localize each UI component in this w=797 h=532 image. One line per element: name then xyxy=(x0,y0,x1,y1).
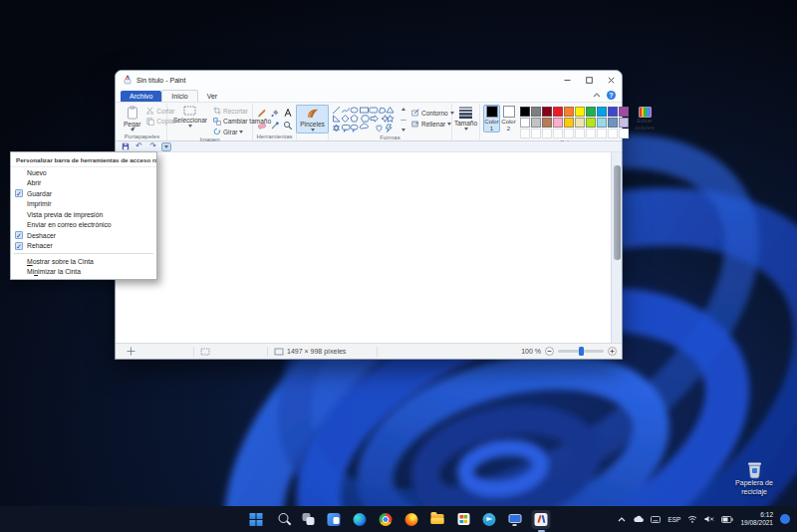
redo-button[interactable]: ↷ xyxy=(147,142,158,151)
color2-swatch xyxy=(503,106,515,118)
taskbar-edge-button[interactable] xyxy=(351,510,370,529)
taskbar-telegram-button[interactable] xyxy=(480,510,499,529)
palette-empty-slot[interactable] xyxy=(575,129,585,138)
palette-empty-slot[interactable] xyxy=(553,129,563,138)
zoom-out-button[interactable] xyxy=(545,347,554,356)
taskbar-display-button[interactable] xyxy=(506,510,525,529)
tray-chevron-icon[interactable] xyxy=(618,517,626,522)
palette-empty-slot[interactable] xyxy=(608,129,618,138)
tab-ver[interactable]: Ver xyxy=(198,91,227,102)
menu-item-abrir[interactable]: Abrir xyxy=(11,178,156,189)
palette-swatch[interactable] xyxy=(542,118,552,128)
tab-inicio[interactable]: Inicio xyxy=(161,90,197,102)
shapes-grid[interactable] xyxy=(332,106,398,133)
palette-swatch[interactable] xyxy=(575,118,585,128)
menu-item-mostrar-sobre-la-cinta[interactable]: Mostrar sobre la Cinta xyxy=(11,256,156,267)
taskbar-search-button[interactable] xyxy=(273,510,292,529)
touch-keyboard-icon[interactable] xyxy=(651,516,661,523)
palette-swatch[interactable] xyxy=(586,107,596,117)
title-bar[interactable]: Sin título - Paint xyxy=(116,71,622,89)
close-button[interactable] xyxy=(600,71,622,89)
palette-swatch[interactable] xyxy=(597,107,607,117)
maximize-button[interactable] xyxy=(578,71,600,89)
palette-swatch[interactable] xyxy=(553,107,563,117)
palette-swatch[interactable] xyxy=(531,107,541,117)
undo-button[interactable]: ↶ xyxy=(133,142,144,151)
vertical-scrollbar-thumb[interactable] xyxy=(614,165,621,260)
palette-empty-slot[interactable] xyxy=(542,129,552,138)
palette-swatch[interactable] xyxy=(531,118,541,128)
menu-item-vista-previa-de-impresio-n[interactable]: Vista previa de impresión xyxy=(11,209,156,220)
paste-button[interactable]: Pegar xyxy=(121,105,143,133)
taskbar-start-button[interactable] xyxy=(247,510,266,529)
onedrive-cloud-icon[interactable] xyxy=(633,515,644,523)
zoom-slider-thumb[interactable] xyxy=(579,347,584,356)
shapes-scrollbar[interactable] xyxy=(399,106,407,133)
taskbar-explorer-button[interactable] xyxy=(428,510,447,529)
palette-swatch[interactable] xyxy=(542,107,552,117)
notification-badge[interactable] xyxy=(780,514,790,524)
palette-swatch[interactable] xyxy=(608,107,618,117)
zoom-in-button[interactable] xyxy=(608,347,617,356)
fill-shape-button[interactable]: Rellenar xyxy=(411,120,454,128)
menu-item-guardar[interactable]: ✓Guardar xyxy=(11,188,156,199)
taskbar-chrome-button[interactable] xyxy=(377,510,396,529)
palette-swatch[interactable] xyxy=(575,107,585,117)
palette-empty-slot[interactable] xyxy=(619,129,629,138)
palette-swatch[interactable] xyxy=(553,118,563,128)
menu-item-enviar-en-correo-electro-nico[interactable]: Enviar en correo electrónico xyxy=(11,220,156,231)
palette-swatch[interactable] xyxy=(520,118,530,128)
palette-empty-slot[interactable] xyxy=(520,129,530,138)
color2-button[interactable]: Color 2 xyxy=(500,105,517,133)
save-button[interactable] xyxy=(120,142,131,151)
brushes-button[interactable]: Pinceles xyxy=(296,105,329,133)
palette-swatch[interactable] xyxy=(520,107,530,117)
palette-swatch[interactable] xyxy=(608,118,618,128)
palette-empty-slot[interactable] xyxy=(586,129,596,138)
size-button[interactable]: Tamaño xyxy=(451,105,480,132)
collapse-ribbon-icon[interactable] xyxy=(593,93,601,98)
menu-item-imprimir[interactable]: Imprimir xyxy=(11,199,156,210)
menu-item-rehacer[interactable]: ✓Rehacer xyxy=(11,241,156,252)
volume-muted-icon[interactable] xyxy=(704,515,714,523)
palette-empty-slot[interactable] xyxy=(531,129,541,138)
tab-archivo[interactable]: Archivo xyxy=(121,91,161,102)
help-icon[interactable]: ? xyxy=(607,91,616,100)
taskbar-store-button[interactable] xyxy=(454,510,473,529)
color-picker-tool-button[interactable] xyxy=(269,120,280,131)
palette-swatch[interactable] xyxy=(619,107,629,117)
palette-swatch[interactable] xyxy=(586,118,596,128)
taskbar-task-view-button[interactable] xyxy=(299,510,318,529)
text-tool-button[interactable] xyxy=(282,107,293,118)
color1-button[interactable]: Color 1 xyxy=(483,105,500,133)
taskbar-paint-button[interactable] xyxy=(532,510,551,529)
select-button[interactable]: Seleccionar xyxy=(170,105,210,129)
menu-item-minimizar-la-cinta[interactable]: Minimizar la Cinta xyxy=(11,267,156,278)
pencil-tool-button[interactable] xyxy=(256,107,267,118)
fill-tool-button[interactable] xyxy=(269,107,280,118)
drawing-canvas[interactable] xyxy=(116,152,611,343)
palette-empty-slot[interactable] xyxy=(597,129,607,138)
palette-swatch[interactable] xyxy=(564,118,574,128)
clock[interactable]: 6:12 19/08/2021 xyxy=(740,511,773,527)
battery-icon[interactable] xyxy=(721,516,733,523)
palette-empty-slot[interactable] xyxy=(564,129,574,138)
menu-item-deshacer[interactable]: ✓Deshacer xyxy=(11,230,156,241)
outline-button[interactable]: Contorno xyxy=(411,109,454,117)
magnifier-tool-button[interactable] xyxy=(282,120,293,131)
menu-item-nuevo[interactable]: Nuevo xyxy=(11,167,156,178)
taskbar-widgets-button[interactable] xyxy=(325,510,344,529)
minimize-button[interactable] xyxy=(556,71,578,89)
edit-colors-button[interactable]: Editar colores xyxy=(633,105,657,131)
palette-swatch[interactable] xyxy=(564,107,574,117)
wifi-icon[interactable] xyxy=(687,515,697,523)
palette-swatch[interactable] xyxy=(597,118,607,128)
vertical-scrollbar[interactable] xyxy=(611,152,622,343)
zoom-slider[interactable] xyxy=(558,350,604,353)
palette-swatch[interactable] xyxy=(619,118,629,128)
language-indicator[interactable]: ESP xyxy=(667,516,680,523)
recycle-bin[interactable]: Papelera de reciclaje xyxy=(723,460,785,497)
eraser-tool-button[interactable] xyxy=(256,120,267,131)
customize-qat-button[interactable] xyxy=(161,142,171,151)
taskbar-firefox-button[interactable] xyxy=(402,510,421,529)
